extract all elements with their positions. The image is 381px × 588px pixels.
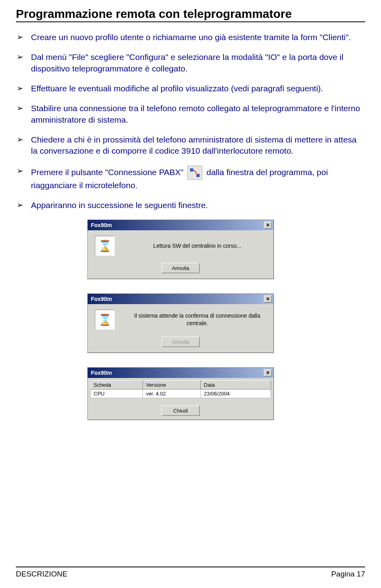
hourglass-icon: ⌛	[95, 236, 115, 256]
cancel-button[interactable]: Annulla	[162, 337, 200, 347]
col-data: Data	[200, 381, 271, 389]
close-dialog-button[interactable]: Chiudi	[162, 405, 200, 416]
dialog-titlebar: Fox90m ✕	[88, 368, 273, 378]
footer-section: DESCRIZIONE	[16, 570, 67, 578]
table-row: CPU ver. 4.02 23/06/2004	[90, 389, 271, 398]
close-button[interactable]: ✕	[264, 222, 272, 229]
col-scheda: Scheda	[90, 381, 143, 389]
dialog-titlebar: Fox90m ✕	[88, 220, 273, 230]
dialog-title: Fox90m	[91, 222, 112, 228]
dialog-message: Lettura SW del centralino in corso...	[126, 242, 269, 250]
version-table: Scheda Versione Data CPU ver. 4.02 23/06…	[90, 380, 271, 398]
instruction-item-connect: Premere il pulsante "Connessione PABX" d…	[30, 166, 365, 191]
cell-data: 23/06/2004	[200, 389, 271, 398]
page-footer: DESCRIZIONE Pagina 17	[16, 567, 365, 578]
cancel-button[interactable]: Annulla	[162, 263, 200, 273]
page-title: Programmazione remota con teleprogrammat…	[16, 7, 365, 22]
close-icon: ✕	[266, 370, 270, 376]
close-button[interactable]: ✕	[264, 369, 272, 376]
instruction-list: Creare un nuovo profilo utente o richiam…	[16, 32, 365, 211]
footer-page: Pagina 17	[331, 570, 365, 578]
instruction-item: Stabilire una connessione tra il telefon…	[30, 103, 365, 125]
instruction-item: Chiedere a chi è in prossimità del telef…	[30, 134, 365, 157]
dialog-message: Il sistema attende la conferma di connes…	[126, 312, 269, 328]
cell-versione: ver. 4.02	[142, 389, 200, 398]
hourglass-icon: ⌛	[95, 310, 115, 330]
dialog-waiting-confirm: Fox90m ✕ ⌛ Il sistema attende la conferm…	[87, 293, 274, 353]
close-icon: ✕	[266, 222, 270, 228]
close-icon: ✕	[266, 296, 270, 302]
instruction-item: Dal menù "File" scegliere "Configura" e …	[30, 52, 365, 74]
instruction-item: Effettuare le eventuali modifiche al pro…	[30, 83, 365, 94]
instruction-item: Appariranno in successione le seguenti f…	[30, 200, 365, 211]
dialog-title: Fox90m	[91, 370, 112, 376]
instruction-text: Premere il pulsante "Connessione PABX"	[31, 167, 186, 176]
dialog-reading-sw: Fox90m ✕ ⌛ Lettura SW del centralino in …	[87, 220, 274, 279]
cell-scheda: CPU	[90, 389, 143, 398]
dialog-title: Fox90m	[91, 296, 112, 302]
dialog-titlebar: Fox90m ✕	[88, 294, 273, 304]
pabx-connect-icon	[187, 166, 202, 180]
col-versione: Versione	[142, 381, 200, 389]
dialog-version-info: Fox90m ✕ Scheda Versione Data CPU ver. 4…	[87, 367, 274, 420]
instruction-item: Creare un nuovo profilo utente o richiam…	[30, 32, 365, 43]
close-button[interactable]: ✕	[264, 295, 272, 303]
